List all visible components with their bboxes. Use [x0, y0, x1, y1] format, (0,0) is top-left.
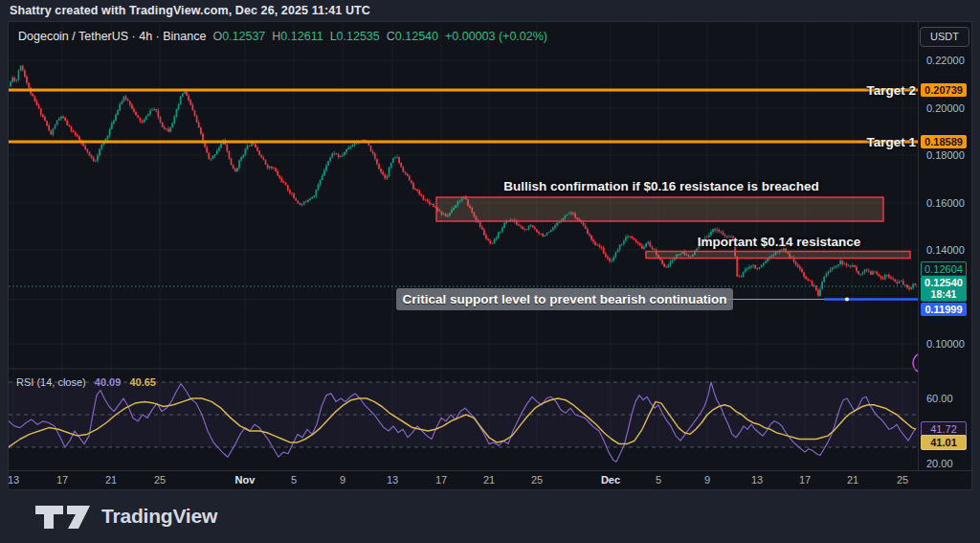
time-axis-tick: 13: [8, 474, 19, 486]
price-axis-tick: 0.20000: [926, 102, 965, 114]
time-axis-tick: 21: [483, 474, 495, 486]
time-axis-tick: 13: [751, 474, 763, 486]
price-axis-tag: 0.12604: [921, 261, 967, 277]
chart-panel[interactable]: Dogecoin / TetherUS · 4h · BinanceO0.125…: [8, 21, 972, 490]
price-axis-tick: 0.18000: [926, 149, 965, 161]
open-label: O: [212, 30, 222, 43]
price-axis-tick: 0.22000: [926, 55, 965, 66]
time-axis-tick: 5: [291, 474, 297, 486]
time-axis-tick: 17: [799, 474, 811, 486]
low-label: L: [330, 30, 337, 43]
close-label: C: [387, 30, 395, 43]
time-axis-tick: 21: [847, 474, 858, 486]
time-axis[interactable]: 13172125Nov5913172125Dec5913172125: [9, 470, 973, 490]
rsi-title: RSI (14, close): [16, 376, 86, 388]
price-axis-tick: 20.00: [926, 458, 953, 469]
attribution-bar: Shattry created with TradingView.com, De…: [0, 0, 980, 21]
tradingview-brand-text[interactable]: TradingView: [101, 505, 217, 528]
rsi-ma-value: 40.65: [129, 376, 156, 388]
price-axis-tag: 0.11999: [921, 303, 967, 316]
time-axis-tick: 13: [387, 474, 398, 486]
price-axis[interactable]: 0.220000.200000.180000.160000.140000.100…: [918, 22, 973, 470]
rsi-legend: RSI (14, close) 40.09 40.65: [16, 376, 156, 388]
high-value: 0.12611: [280, 30, 323, 43]
tradingview-widget-screenshot: Shattry created with TradingView.com, De…: [0, 0, 980, 543]
price-axis-tick: 0.10000: [926, 338, 965, 350]
time-axis-tick: 25: [154, 474, 166, 486]
price-axis-tag: 41.01: [921, 435, 967, 450]
close-value: 0.12540: [395, 30, 438, 43]
time-axis-tick: Dec: [601, 474, 620, 486]
symbol-legend: Dogecoin / TetherUS · 4h · BinanceO0.125…: [18, 30, 547, 43]
time-axis-tick: Nov: [235, 474, 256, 486]
footer-bar: TradingView: [0, 490, 980, 543]
time-axis-tick: 9: [704, 474, 710, 486]
time-axis-tick: 25: [897, 474, 908, 486]
time-axis-tick: 25: [531, 474, 543, 486]
price-axis-tick: 0.16000: [926, 197, 965, 209]
price-axis-tick: 0.14000: [926, 244, 965, 256]
high-label: H: [272, 30, 280, 43]
low-value: 0.12535: [337, 30, 380, 43]
tradingview-logo-icon[interactable]: [34, 503, 94, 532]
time-axis-tick: 9: [340, 474, 345, 486]
time-axis-tick: 5: [656, 474, 661, 486]
annotation-bullish-confirmation[interactable]: Bullish confirmation if $0.16 resistance…: [503, 179, 818, 193]
currency-button[interactable]: USDT: [920, 27, 969, 47]
time-axis-tick: 17: [435, 474, 447, 486]
price-axis-tag: 0.18589: [921, 135, 967, 148]
change-value: +0.00003 (+0.02%): [445, 30, 547, 43]
time-axis-tick: 17: [56, 474, 68, 486]
price-axis-tick: 60.00: [926, 393, 953, 404]
open-value: 0.12537: [222, 30, 265, 43]
attribution-text: Shattry created with TradingView.com, De…: [10, 4, 370, 17]
price-axis-tag: 0.1254018:41: [921, 276, 967, 302]
price-axis-tag: 0.20739: [921, 83, 967, 97]
annotation-support-callout[interactable]: Critical support level to prevent bearis…: [396, 288, 733, 310]
target-1-label[interactable]: Target 1: [866, 135, 916, 149]
time-axis-tick: 21: [105, 474, 117, 486]
target-2-label[interactable]: Target 2: [866, 83, 916, 98]
rsi-value: 40.09: [95, 376, 122, 388]
symbol-title: Dogecoin / TetherUS · 4h · Binance: [18, 30, 206, 43]
annotation-important-resistance[interactable]: Important $0.14 resistance: [698, 235, 860, 249]
